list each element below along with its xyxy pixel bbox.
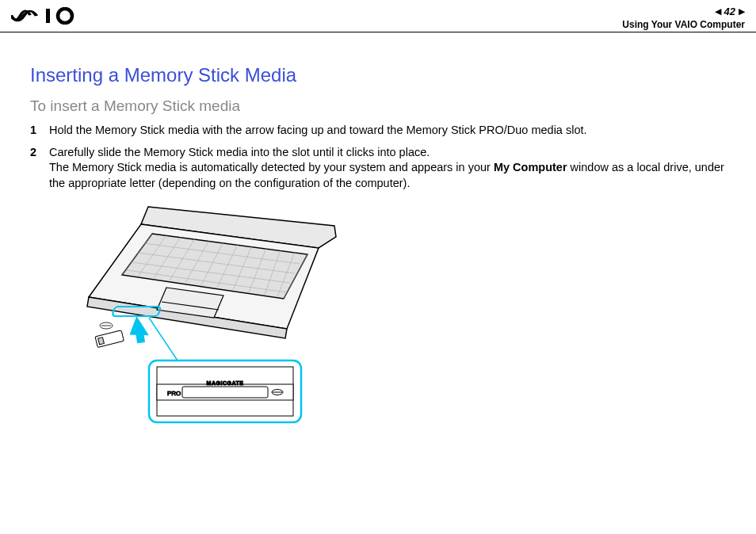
svg-line-26 xyxy=(149,318,178,360)
step-text-line2-bold: My Computer xyxy=(494,161,567,174)
step-number: 1 xyxy=(30,123,49,139)
svg-rect-23 xyxy=(98,338,105,345)
page-navigation: ◀ 42 ▶ xyxy=(715,6,745,17)
step-2: 2 Carefully slide the Memory Stick media… xyxy=(30,145,726,192)
page-content: Inserting a Memory Stick Media To insert… xyxy=(0,32,756,435)
callout-magicgate-label: MAGICGATE xyxy=(207,380,244,386)
step-1: 1 Hold the Memory Stick media with the a… xyxy=(30,123,726,139)
step-text: Hold the Memory Stick media with the arr… xyxy=(49,123,726,139)
svg-rect-21 xyxy=(136,331,145,343)
page-heading: Inserting a Memory Stick Media xyxy=(30,64,726,86)
prev-page-arrow-icon[interactable]: ◀ xyxy=(715,6,721,17)
header-bar: ◀ 42 ▶ Using Your VAIO Computer xyxy=(0,0,756,32)
instruction-steps: 1 Hold the Memory Stick media with the a… xyxy=(30,123,726,191)
section-label: Using Your VAIO Computer xyxy=(622,19,745,30)
next-page-arrow-icon[interactable]: ▶ xyxy=(739,6,745,17)
step-text: Carefully slide the Memory Stick media i… xyxy=(49,145,726,192)
step-text-line2-pre: The Memory Stick media is automatically … xyxy=(49,161,494,174)
vaio-logo xyxy=(11,7,87,25)
step-text-line1: Carefully slide the Memory Stick media i… xyxy=(49,146,430,158)
svg-point-1 xyxy=(58,9,72,23)
callout-pro-label: PRO xyxy=(167,390,181,397)
laptop-illustration: PRO MAGICGATE xyxy=(73,202,726,435)
page-subheading: To insert a Memory Stick media xyxy=(30,97,726,115)
svg-rect-0 xyxy=(46,9,50,23)
step-number: 2 xyxy=(30,145,49,192)
page-number: 42 xyxy=(724,6,735,17)
svg-rect-30 xyxy=(182,387,268,398)
insert-arrow-icon xyxy=(127,315,148,344)
